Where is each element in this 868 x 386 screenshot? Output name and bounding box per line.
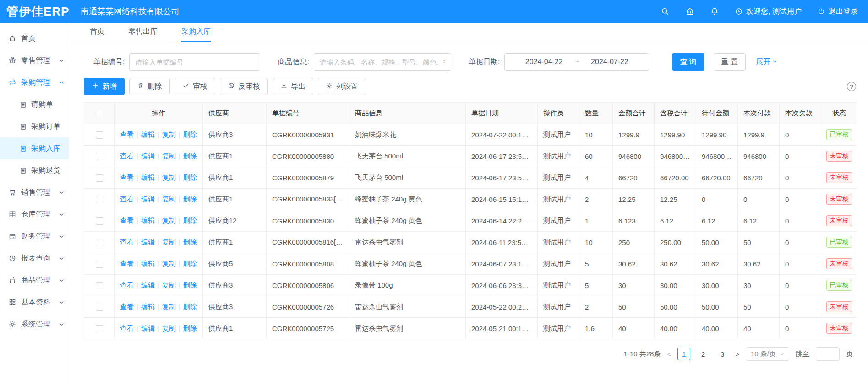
product-info-input[interactable] (314, 53, 451, 71)
row-action-view[interactable]: 查看 (120, 130, 134, 138)
row-action-view[interactable]: 查看 (120, 324, 134, 332)
row-action-view[interactable]: 查看 (120, 152, 134, 160)
search-button[interactable]: 查 询 (672, 53, 704, 71)
row-action-edit[interactable]: 编辑 (141, 130, 155, 138)
row-action-view[interactable]: 查看 (120, 303, 134, 310)
row-action-view[interactable]: 查看 (120, 217, 134, 224)
bank-icon[interactable] (685, 7, 694, 16)
sidebar-item-4[interactable]: 仓库管理 (0, 203, 69, 225)
order-no-input[interactable] (129, 53, 260, 71)
row-action-edit[interactable]: 编辑 (141, 260, 155, 267)
row-checkbox[interactable] (96, 325, 103, 332)
row-action-copy[interactable]: 复制 (162, 303, 176, 310)
row-action-view[interactable]: 查看 (120, 195, 134, 203)
table-row: 查看|编辑|复制|删除供应商1CGRK00000005880飞天茅台 500ml… (84, 146, 857, 167)
row-action-copy[interactable]: 复制 (162, 238, 176, 246)
row-action-copy[interactable]: 复制 (162, 324, 176, 332)
row-checkbox[interactable] (96, 304, 103, 311)
sidebar-item-7[interactable]: 商品管理 (0, 269, 69, 291)
jump-page-input[interactable] (816, 347, 840, 361)
toolbar-button-4[interactable]: 导出 (273, 78, 313, 95)
page-number-2[interactable]: 2 (697, 348, 710, 360)
row-action-delete[interactable]: 删除 (183, 195, 197, 203)
logout-button[interactable]: 退出登录 (817, 7, 858, 16)
row-action-edit[interactable]: 编辑 (141, 281, 155, 289)
row-checkbox[interactable] (96, 261, 103, 268)
row-checkbox[interactable] (96, 282, 103, 289)
sidebar-item-9[interactable]: 系统管理 (0, 313, 69, 335)
row-action-copy[interactable]: 复制 (162, 281, 176, 289)
row-action-copy[interactable]: 复制 (162, 152, 176, 160)
row-action-edit[interactable]: 编辑 (141, 174, 155, 181)
row-checkbox[interactable] (96, 153, 103, 160)
expand-toggle[interactable]: 展开 (756, 57, 777, 67)
toolbar-button-0[interactable]: 新增 (84, 78, 125, 95)
cell-status: 已审核 (821, 275, 857, 296)
date-range-picker[interactable]: 2024-04-22 ~ 2024-07-22 (504, 53, 649, 71)
sidebar-item-3[interactable]: 销售管理 (0, 181, 69, 203)
row-action-copy[interactable]: 复制 (162, 260, 176, 267)
sidebar-item-8[interactable]: 基本资料 (0, 291, 69, 313)
row-action-edit[interactable]: 编辑 (141, 238, 155, 246)
toolbar-button-1[interactable]: 删除 (129, 78, 170, 95)
sidebar-subitem-2-3[interactable]: 采购退货 (0, 159, 69, 181)
row-action-copy[interactable]: 复制 (162, 174, 176, 181)
date-end[interactable]: 2024-07-22 (591, 58, 628, 66)
row-checkbox[interactable] (96, 131, 103, 139)
next-page-arrow[interactable]: > (735, 350, 739, 358)
prev-page-arrow[interactable]: < (667, 350, 671, 358)
toolbar-button-2[interactable]: 审核 (175, 78, 215, 95)
sidebar-item-2[interactable]: 采购管理 (0, 71, 69, 93)
row-action-delete[interactable]: 删除 (183, 238, 197, 246)
row-action-delete[interactable]: 删除 (183, 152, 197, 160)
help-icon[interactable]: ? (847, 82, 856, 91)
row-checkbox[interactable] (96, 174, 103, 182)
tab-2[interactable]: 采购入库 (181, 23, 211, 42)
bell-icon[interactable] (710, 7, 719, 16)
sidebar-subitem-2-0[interactable]: 请购单 (0, 93, 69, 115)
column-header-9: 待付金额 (696, 103, 738, 124)
row-action-delete[interactable]: 删除 (183, 324, 197, 332)
row-action-view[interactable]: 查看 (120, 174, 134, 181)
row-action-edit[interactable]: 编辑 (141, 303, 155, 310)
row-action-delete[interactable]: 删除 (183, 174, 197, 181)
row-action-copy[interactable]: 复制 (162, 130, 176, 138)
cell-tax-total: 250.00 (655, 232, 696, 253)
row-action-edit[interactable]: 编辑 (141, 324, 155, 332)
row-action-delete[interactable]: 删除 (183, 130, 197, 138)
row-action-edit[interactable]: 编辑 (141, 195, 155, 203)
row-checkbox[interactable] (96, 217, 103, 225)
sidebar-item-1[interactable]: 零售管理 (0, 49, 69, 71)
welcome-user[interactable]: 欢迎您, 测试用户 (735, 7, 802, 16)
row-action-delete[interactable]: 删除 (183, 303, 197, 310)
row-action-edit[interactable]: 编辑 (141, 152, 155, 160)
tab-1[interactable]: 零售出库 (128, 23, 158, 42)
toolbar-button-3[interactable]: 反审核 (220, 78, 268, 95)
sidebar-subitem-2-2[interactable]: 采购入库 (0, 137, 69, 159)
date-start[interactable]: 2024-04-22 (525, 58, 563, 66)
row-checkbox[interactable] (96, 196, 103, 203)
sidebar-item-6[interactable]: 报表查询 (0, 247, 69, 269)
page-number-3[interactable]: 3 (716, 348, 729, 360)
row-action-delete[interactable]: 删除 (183, 281, 197, 289)
row-action-copy[interactable]: 复制 (162, 217, 176, 224)
select-all-checkbox[interactable] (96, 110, 103, 117)
page-size-select[interactable]: 10 条/页 (746, 347, 789, 361)
reset-button[interactable]: 重 置 (714, 53, 746, 71)
cell-supplier: 供应商3 (203, 275, 267, 296)
row-action-delete[interactable]: 删除 (183, 260, 197, 267)
sidebar-item-0[interactable]: 首页 (0, 27, 69, 49)
row-action-edit[interactable]: 编辑 (141, 217, 155, 224)
tab-0[interactable]: 首页 (90, 23, 104, 42)
row-action-view[interactable]: 查看 (120, 238, 134, 246)
sidebar-item-5[interactable]: 财务管理 (0, 225, 69, 247)
row-action-view[interactable]: 查看 (120, 281, 134, 289)
toolbar-button-5[interactable]: 列设置 (318, 78, 366, 95)
row-action-copy[interactable]: 复制 (162, 195, 176, 203)
search-icon[interactable] (661, 7, 670, 16)
row-checkbox[interactable] (96, 239, 103, 246)
sidebar-subitem-2-1[interactable]: 采购订单 (0, 115, 69, 137)
row-action-view[interactable]: 查看 (120, 260, 134, 267)
page-number-1[interactable]: 1 (677, 348, 690, 360)
row-action-delete[interactable]: 删除 (183, 217, 197, 224)
